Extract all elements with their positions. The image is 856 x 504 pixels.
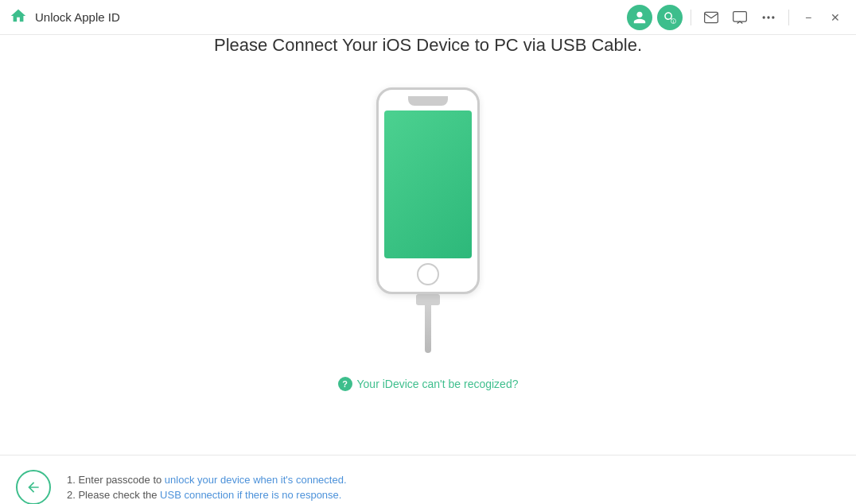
help-link-text: Your iDevice can't be recogized? bbox=[357, 378, 519, 390]
tip2-link[interactable]: USB connection if there is no response. bbox=[160, 489, 341, 501]
svg-text:i: i bbox=[673, 19, 674, 23]
svg-point-6 bbox=[772, 16, 774, 18]
question-icon: ? bbox=[338, 377, 352, 391]
search-tool-icon[interactable]: i bbox=[657, 5, 683, 30]
user-avatar-icon[interactable] bbox=[627, 5, 652, 30]
tip1-prefix: 1. Enter passcode to bbox=[67, 474, 165, 486]
app-title: Unlock Apple ID bbox=[35, 10, 120, 24]
tip1-link[interactable]: unlock your device when it's connected. bbox=[165, 474, 347, 486]
minimize-button[interactable]: − bbox=[797, 6, 819, 29]
usb-wire bbox=[425, 305, 431, 353]
footer: 1. Enter passcode to unlock your device … bbox=[0, 455, 856, 504]
mail-icon[interactable] bbox=[699, 6, 723, 29]
menu-icon[interactable] bbox=[757, 6, 780, 29]
usb-cable bbox=[416, 294, 440, 353]
help-link[interactable]: ? Your iDevice can't be recogized? bbox=[338, 377, 519, 391]
tip2-prefix: 2. Please check the bbox=[67, 489, 160, 501]
home-icon[interactable] bbox=[10, 7, 27, 28]
phone-illustration bbox=[376, 87, 480, 353]
titlebar-left: Unlock Apple ID bbox=[10, 7, 120, 28]
main-heading: Please Connect Your iOS Device to PC via… bbox=[214, 35, 642, 56]
svg-rect-3 bbox=[733, 11, 747, 21]
phone-notch bbox=[408, 96, 448, 106]
svg-rect-2 bbox=[705, 12, 718, 22]
titlebar-right: i − ✕ bbox=[627, 5, 846, 30]
phone-home-button bbox=[417, 263, 439, 285]
svg-point-5 bbox=[767, 16, 769, 18]
separator2 bbox=[788, 10, 789, 25]
back-button[interactable] bbox=[16, 470, 51, 505]
tip-2: 2. Please check the USB connection if th… bbox=[67, 489, 347, 501]
main-content: Please Connect Your iOS Device to PC via… bbox=[0, 35, 856, 455]
svg-point-4 bbox=[763, 16, 765, 18]
usb-connector bbox=[416, 294, 440, 305]
phone-screen bbox=[384, 110, 472, 258]
chat-icon[interactable] bbox=[728, 6, 752, 29]
close-button[interactable]: ✕ bbox=[824, 6, 846, 29]
tip-1: 1. Enter passcode to unlock your device … bbox=[67, 474, 347, 486]
footer-tips: 1. Enter passcode to unlock your device … bbox=[67, 474, 347, 501]
phone-body bbox=[376, 87, 480, 294]
titlebar: Unlock Apple ID i bbox=[0, 0, 856, 35]
separator bbox=[691, 10, 691, 25]
